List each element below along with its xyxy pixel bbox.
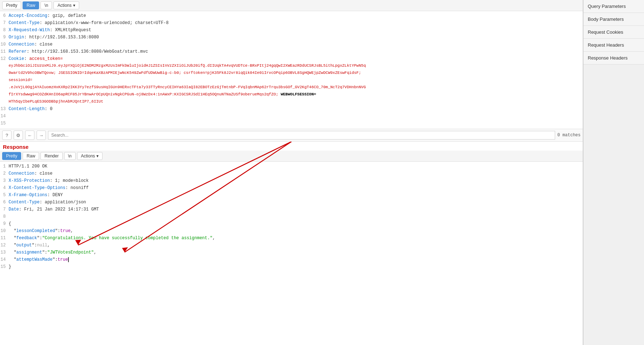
table-row: 8 (0, 213, 583, 221)
next-match-button[interactable]: → (37, 131, 46, 140)
response-render-tab[interactable]: Render (40, 152, 62, 160)
table-row: 5 X-Frame-Options: DENY (0, 192, 583, 199)
table-row: 12 Cookie: access_token= (0, 56, 583, 63)
table-row: 6 Content-Type: application/json (0, 199, 583, 206)
table-row: 12 "output":null, (0, 242, 583, 249)
table-row: 14 "attemptWasMade":true (0, 256, 583, 264)
table-row: 4 X-Content-Type-Options: nosniff (0, 185, 583, 192)
table-row: 15 (0, 120, 583, 127)
sidebar-item-request-cookies[interactable]: Request Cookies (583, 26, 644, 39)
table-row: 3 X-XSS-Protection: 1; mode=block (0, 178, 583, 185)
table-row: 15 } (0, 264, 583, 271)
table-row: 7 Content-Type: application/x-www-form-u… (0, 20, 583, 27)
table-row: .eJxVjL0OgjAYAIuomzHxKXRp2IKK3Yy7ezfS9us… (0, 84, 583, 91)
table-row: 2 Connection: close (0, 170, 583, 178)
search-input[interactable] (48, 131, 555, 140)
response-section: Response Pretty Raw Render \n Actions ▾ … (0, 142, 583, 345)
table-row: 7 Date: Fri, 21 Jan 2022 14:17:31 GMT (0, 206, 583, 213)
table-row: 6 Accept-Encoding: gzip, deflate (0, 13, 583, 20)
response-label: Response (0, 142, 583, 151)
table-row: 13 "assignment":"JWTVotesEndpoint", (0, 249, 583, 256)
help-button[interactable]: ? (2, 131, 11, 140)
sidebar-item-response-headers[interactable]: Response Headers (583, 52, 644, 65)
arrow-right-icon: → (39, 133, 44, 138)
settings-button[interactable]: ⚙ (14, 131, 23, 140)
matches-count: 0 matches (557, 133, 581, 138)
request-actions-button[interactable]: Actions ▾ (53, 1, 79, 9)
arrow-left-icon: ← (28, 133, 32, 138)
response-toolbar: Pretty Raw Render \n Actions ▾ (0, 151, 583, 162)
search-bar: ? ⚙ ← → 0 matches (0, 129, 583, 141)
response-actions-chevron-icon: ▾ (96, 153, 99, 159)
table-row: 13 Content-Length: 0 (0, 106, 583, 113)
table-row: eyJhbGciOiJIUzUxMiJ9.eyJpYXQiOjE2NDM2Mzg… (0, 63, 583, 70)
sidebar-item-request-headers[interactable]: Request Headers (583, 39, 644, 52)
table-row: 9 { (0, 221, 583, 228)
request-ln-tab[interactable]: \n (40, 1, 52, 9)
table-row: 10 "lessonCompleted":true, (0, 228, 583, 235)
actions-chevron-icon: ▾ (73, 3, 75, 8)
table-row: 1 HTTP/1.1 200 OK (0, 163, 583, 170)
request-raw-tab[interactable]: Raw (23, 1, 39, 9)
table-row: sessionid= (0, 77, 583, 84)
table-row: 10 Connection: close (0, 41, 583, 48)
table-row: 11 "feedback":"Congratulations. You have… (0, 235, 583, 242)
response-code-area[interactable]: 1 HTTP/1.1 200 OK 2 Connection: close 3 … (0, 162, 583, 345)
right-sidebar: Query Parameters Body Parameters Request… (583, 0, 644, 345)
table-row: fIrXYsdwwg94COZdKHnIO6apRCF85JrYBnwArOCp… (0, 91, 583, 99)
request-code-area[interactable]: 6 Accept-Encoding: gzip, deflate 7 Conte… (0, 11, 583, 129)
table-row: 11 Referer: http://192.168.153.136:8080/… (0, 48, 583, 56)
response-ln-tab[interactable]: \n (64, 152, 76, 160)
table-row: 9 Origin: http://192.168.153.136:8080 (0, 34, 583, 41)
response-actions-button[interactable]: Actions ▾ (77, 152, 102, 160)
response-pretty-tab[interactable]: Pretty (2, 152, 21, 160)
request-pretty-tab[interactable]: Pretty (2, 1, 21, 9)
table-row: HTh5qyIbePLqES3GODBbpjhnAbMJQntIP7_6IIUt (0, 99, 583, 106)
question-icon: ? (5, 133, 8, 138)
response-raw-tab[interactable]: Raw (23, 152, 39, 160)
sidebar-item-body-parameters[interactable]: Body Parameters (583, 13, 644, 26)
prev-match-button[interactable]: ← (25, 131, 34, 140)
sidebar-item-query-parameters[interactable]: Query Parameters (583, 0, 644, 13)
gear-icon: ⚙ (16, 133, 20, 138)
table-row: 14 (0, 113, 583, 120)
table-row: 0wartd2V9hcOBWTQovw; JSESSIONID=IdqeKaXB… (0, 70, 583, 77)
request-section: Pretty Raw \n Actions ▾ 6 Accept-Encodin… (0, 0, 583, 142)
request-toolbar: Pretty Raw \n Actions ▾ (0, 0, 583, 11)
main-panel: Pretty Raw \n Actions ▾ 6 Accept-Encodin… (0, 0, 583, 345)
table-row: 8 X-Requested-With: XMLHttpRequest (0, 27, 583, 34)
